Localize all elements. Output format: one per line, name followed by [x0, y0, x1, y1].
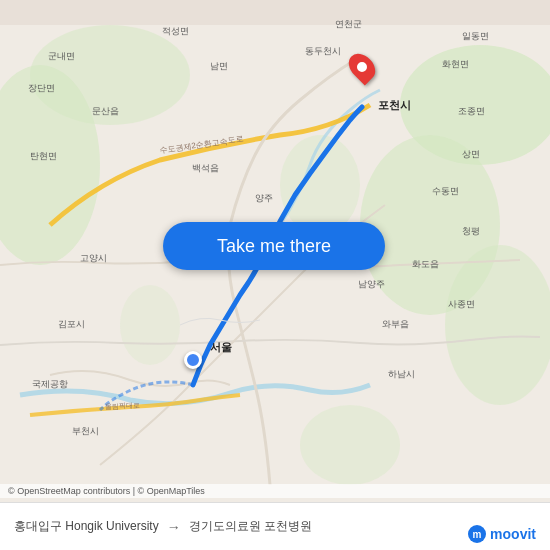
route-info: 홍대입구 Hongik University → 경기도의료원 포천병원: [14, 518, 312, 535]
destination-marker: [351, 52, 373, 82]
map-container: 수도권제2순환고속도로 올림픽대로 일동면 화현면 포천시 조종면 상면 수동면…: [0, 0, 550, 550]
svg-point-8: [300, 405, 400, 485]
take-me-there-button[interactable]: Take me there: [163, 222, 385, 270]
route-from: 홍대입구 Hongik University: [14, 518, 159, 535]
route-arrow: →: [167, 519, 181, 535]
moovit-name: moovit: [490, 526, 536, 542]
origin-marker: [184, 351, 202, 369]
map-attribution: © OpenStreetMap contributors | © OpenMap…: [0, 484, 550, 498]
svg-point-4: [30, 25, 190, 125]
moovit-logo-icon: m: [467, 524, 487, 544]
moovit-logo: m moovit: [467, 524, 536, 544]
svg-text:m: m: [473, 529, 482, 540]
svg-point-5: [445, 245, 550, 405]
bottom-bar: 홍대입구 Hongik University → 경기도의료원 포천병원 m m…: [0, 502, 550, 550]
svg-point-6: [280, 135, 360, 235]
attribution-text: © OpenStreetMap contributors | © OpenMap…: [8, 486, 205, 496]
svg-point-7: [120, 285, 180, 365]
route-to: 경기도의료원 포천병원: [189, 518, 312, 535]
